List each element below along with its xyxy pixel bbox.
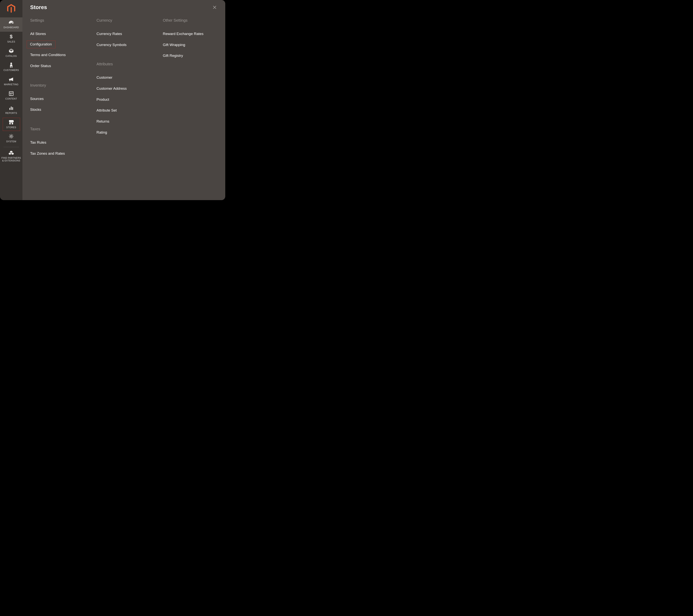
flyout-title: Stores bbox=[30, 4, 47, 11]
group-title: Inventory bbox=[30, 83, 85, 87]
svg-rect-9 bbox=[11, 106, 12, 110]
nav-item-dashboard[interactable]: DASHBOARD bbox=[0, 17, 22, 32]
group-title: Settings bbox=[30, 18, 85, 23]
menu-link-customer[interactable]: Customer bbox=[97, 72, 151, 83]
menu-link-customer-address[interactable]: Customer Address bbox=[97, 83, 151, 94]
svg-rect-12 bbox=[11, 123, 12, 124]
group-title: Currency bbox=[97, 18, 151, 23]
nav-label: CATALOG bbox=[0, 55, 22, 58]
group-title: Other Settings bbox=[163, 18, 218, 23]
magento-logo[interactable] bbox=[0, 0, 22, 17]
menu-link-configuration[interactable]: Configuration bbox=[30, 42, 52, 47]
nav-label: SALES bbox=[0, 41, 22, 43]
svg-rect-10 bbox=[12, 107, 13, 110]
menu-link-currency-rates[interactable]: Currency Rates bbox=[97, 28, 151, 39]
admin-sidebar: DASHBOARD $ SALES CATALOG CUSTOMERS MARK… bbox=[0, 0, 22, 200]
gear-icon bbox=[0, 134, 22, 139]
highlight-box: Configuration bbox=[27, 41, 56, 48]
flyout-columns: SettingsAll StoresConfigurationTerms and… bbox=[22, 11, 225, 165]
nav-item-find-partners-extensions[interactable]: FIND PARTNERS & EXTENSIONS bbox=[0, 148, 22, 165]
flyout-header: Stores bbox=[22, 0, 225, 11]
svg-text:$: $ bbox=[10, 34, 13, 39]
nav-item-catalog[interactable]: CATALOG bbox=[0, 46, 22, 60]
menu-link-order-status[interactable]: Order Status bbox=[30, 61, 85, 72]
stores-flyout: Stores SettingsAll StoresConfigurationTe… bbox=[22, 0, 225, 200]
flyout-column: SettingsAll StoresConfigurationTerms and… bbox=[30, 18, 85, 165]
nav-item-content[interactable]: CONTENT bbox=[0, 89, 22, 103]
nav-label: MARKETING bbox=[0, 83, 22, 86]
dollar-icon: $ bbox=[0, 34, 22, 39]
menu-link-rating[interactable]: Rating bbox=[97, 127, 151, 138]
nav-label: SYSTEM bbox=[0, 140, 22, 143]
nav-item-reports[interactable]: REPORTS bbox=[0, 103, 22, 117]
menu-link-gift-wrapping[interactable]: Gift Wrapping bbox=[163, 39, 218, 51]
svg-point-0 bbox=[11, 23, 12, 24]
gauge-icon bbox=[0, 19, 22, 25]
svg-rect-4 bbox=[9, 80, 10, 81]
svg-point-3 bbox=[11, 63, 12, 64]
close-icon bbox=[213, 5, 217, 9]
nav-label: STORES bbox=[0, 126, 22, 129]
svg-rect-5 bbox=[9, 92, 13, 96]
nav-item-customers[interactable]: CUSTOMERS bbox=[0, 60, 22, 75]
menu-link-returns[interactable]: Returns bbox=[97, 116, 151, 127]
group-title: Attributes bbox=[97, 62, 151, 66]
person-icon bbox=[0, 62, 22, 68]
menu-group-inventory: InventorySourcesStocks bbox=[30, 83, 85, 115]
nav-label: DASHBOARD bbox=[0, 26, 22, 29]
nav-label: CONTENT bbox=[0, 98, 22, 100]
menu-group-attributes: AttributesCustomerCustomer AddressProduc… bbox=[97, 62, 151, 138]
menu-group-other-settings: Other SettingsReward Exchange RatesGift … bbox=[163, 18, 218, 61]
group-title: Taxes bbox=[30, 127, 85, 131]
nav-item-marketing[interactable]: MARKETING bbox=[0, 75, 22, 89]
nav-label: FIND PARTNERS & EXTENSIONS bbox=[0, 157, 22, 162]
admin-app: DASHBOARD $ SALES CATALOG CUSTOMERS MARK… bbox=[0, 0, 225, 200]
menu-link-tax-rules[interactable]: Tax Rules bbox=[30, 137, 85, 148]
svg-line-18 bbox=[10, 135, 10, 135]
layout-icon bbox=[0, 91, 22, 97]
close-button[interactable] bbox=[212, 4, 218, 10]
megaphone-icon bbox=[0, 76, 22, 82]
nav-label: REPORTS bbox=[0, 112, 22, 115]
menu-link-tax-zones-and-rates[interactable]: Tax Zones and Rates bbox=[30, 148, 85, 159]
menu-group-currency: CurrencyCurrency RatesCurrency Symbols bbox=[97, 18, 151, 50]
cubes-icon bbox=[0, 150, 22, 156]
svg-line-20 bbox=[12, 135, 13, 135]
store-icon bbox=[0, 119, 22, 125]
menu-link-product[interactable]: Product bbox=[97, 94, 151, 105]
box-icon bbox=[0, 48, 22, 54]
menu-group-taxes: TaxesTax RulesTax Zones and Rates bbox=[30, 127, 85, 159]
menu-link-stocks[interactable]: Stocks bbox=[30, 104, 85, 115]
flyout-column: Other SettingsReward Exchange RatesGift … bbox=[163, 18, 218, 165]
nav-label: CUSTOMERS bbox=[0, 69, 22, 72]
svg-line-19 bbox=[12, 137, 13, 138]
menu-group-settings: SettingsAll StoresConfigurationTerms and… bbox=[30, 18, 85, 72]
flyout-column: CurrencyCurrency RatesCurrency SymbolsAt… bbox=[97, 18, 151, 165]
menu-link-currency-symbols[interactable]: Currency Symbols bbox=[97, 39, 151, 51]
menu-link-terms-and-conditions[interactable]: Terms and Conditions bbox=[30, 49, 85, 61]
bars-icon bbox=[0, 105, 22, 111]
nav-item-system[interactable]: SYSTEM bbox=[0, 132, 22, 146]
menu-link-attribute-set[interactable]: Attribute Set bbox=[97, 105, 151, 116]
menu-link-sources[interactable]: Sources bbox=[30, 93, 85, 104]
menu-link-reward-exchange-rates[interactable]: Reward Exchange Rates bbox=[163, 28, 218, 39]
nav-item-stores[interactable]: STORES bbox=[0, 117, 22, 132]
magento-logo-icon bbox=[7, 4, 15, 13]
svg-line-21 bbox=[10, 137, 10, 138]
menu-link-gift-registry[interactable]: Gift Registry bbox=[163, 50, 218, 61]
menu-link-all-stores[interactable]: All Stores bbox=[30, 28, 85, 39]
svg-point-13 bbox=[11, 136, 12, 137]
svg-rect-8 bbox=[9, 108, 10, 110]
nav-item-sales[interactable]: $ SALES bbox=[0, 32, 22, 46]
nav-divider bbox=[3, 147, 19, 147]
